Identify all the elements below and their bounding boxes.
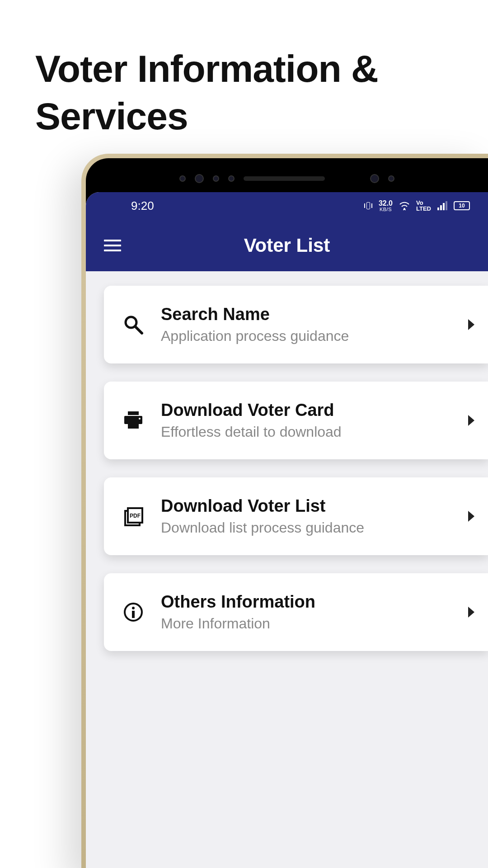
battery-icon: 10 xyxy=(454,201,470,210)
search-icon xyxy=(122,313,145,336)
speaker-icon xyxy=(244,176,325,181)
phone-frame: 9:20 32.0 KB/S Vo LTED xyxy=(81,154,488,868)
print-icon xyxy=(122,409,145,432)
sensor-icon xyxy=(179,175,186,182)
sensor-icon xyxy=(388,175,394,182)
card-subtitle: More Information xyxy=(161,615,452,632)
card-others-information[interactable]: Others Information More Information xyxy=(104,573,488,651)
card-subtitle: Application process guidance xyxy=(161,328,452,344)
sensor-icon xyxy=(195,174,204,183)
chevron-right-icon xyxy=(468,415,474,426)
card-title: Download Voter Card xyxy=(161,401,452,420)
vibrate-icon xyxy=(364,202,372,209)
page-title: Voter Information & Services xyxy=(35,45,488,140)
card-search-name[interactable]: Search Name Application process guidance xyxy=(104,286,488,363)
status-bar: 9:20 32.0 KB/S Vo LTED xyxy=(86,192,488,219)
svg-point-6 xyxy=(139,418,141,420)
wifi-icon xyxy=(399,201,410,210)
svg-text:PDF: PDF xyxy=(130,513,141,519)
app-header: Voter List xyxy=(86,219,488,271)
phone-bezel: 9:20 32.0 KB/S Vo LTED xyxy=(86,158,488,868)
chevron-right-icon xyxy=(468,511,474,522)
svg-rect-3 xyxy=(128,411,139,415)
chevron-right-icon xyxy=(468,607,474,618)
signal-icon xyxy=(437,201,447,210)
phone-screen: 9:20 32.0 KB/S Vo LTED xyxy=(86,192,488,868)
status-time: 9:20 xyxy=(131,199,154,213)
chevron-right-icon xyxy=(468,319,474,330)
card-subtitle: Effortless detail to download xyxy=(161,424,452,440)
card-title: Others Information xyxy=(161,592,452,612)
svg-rect-12 xyxy=(132,611,135,618)
svg-rect-5 xyxy=(128,421,139,429)
info-icon xyxy=(122,601,145,623)
header-title: Voter List xyxy=(244,235,330,256)
volte-icon: Vo LTED xyxy=(416,200,431,212)
menu-icon[interactable] xyxy=(104,240,121,251)
card-download-voter-card[interactable]: Download Voter Card Effortless detail to… xyxy=(104,382,488,459)
pdf-icon: PDF xyxy=(122,505,145,528)
data-speed-icon: 32.0 KB/S xyxy=(379,200,393,212)
card-title: Search Name xyxy=(161,305,452,324)
content-area: Search Name Application process guidance… xyxy=(86,268,488,687)
svg-line-2 xyxy=(135,326,142,333)
camera-icon xyxy=(370,174,379,183)
status-right: 32.0 KB/S Vo LTED 10 xyxy=(364,200,470,212)
card-title: Download Voter List xyxy=(161,496,452,516)
svg-point-0 xyxy=(404,208,405,210)
svg-point-11 xyxy=(132,607,135,609)
sensor-icon xyxy=(228,175,235,182)
sensor-icon xyxy=(213,175,219,182)
phone-notch xyxy=(86,167,488,190)
card-subtitle: Download list process guidance xyxy=(161,519,452,536)
card-download-voter-list[interactable]: PDF Download Voter List Download list pr… xyxy=(104,477,488,555)
